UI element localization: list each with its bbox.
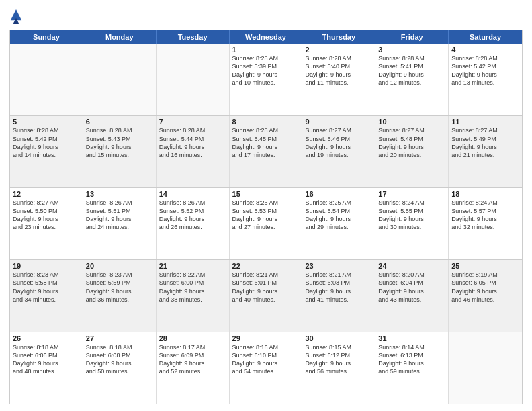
calendar-cell: 4Sunrise: 8:28 AM Sunset: 5:42 PM Daylig…	[449, 44, 522, 115]
day-info: Sunrise: 8:27 AM Sunset: 5:49 PM Dayligh…	[451, 126, 519, 159]
calendar-cell: 5Sunrise: 8:28 AM Sunset: 5:42 PM Daylig…	[10, 116, 83, 187]
day-info: Sunrise: 8:18 AM Sunset: 6:06 PM Dayligh…	[13, 343, 80, 376]
calendar-cell: 12Sunrise: 8:27 AM Sunset: 5:50 PM Dayli…	[10, 188, 83, 259]
logo	[9, 7, 24, 26]
day-info: Sunrise: 8:27 AM Sunset: 5:50 PM Dayligh…	[13, 199, 80, 232]
calendar-cell: 26Sunrise: 8:18 AM Sunset: 6:06 PM Dayli…	[10, 332, 83, 404]
calendar-cell	[10, 44, 83, 115]
day-number: 26	[13, 334, 80, 342]
day-info: Sunrise: 8:17 AM Sunset: 6:09 PM Dayligh…	[159, 343, 226, 376]
day-info: Sunrise: 8:24 AM Sunset: 5:55 PM Dayligh…	[378, 199, 445, 232]
day-number: 25	[451, 262, 519, 270]
calendar-week: 5Sunrise: 8:28 AM Sunset: 5:42 PM Daylig…	[10, 115, 522, 187]
day-number: 30	[305, 334, 372, 342]
calendar-cell	[83, 44, 157, 115]
calendar-cell: 23Sunrise: 8:21 AM Sunset: 6:03 PM Dayli…	[302, 260, 375, 331]
day-info: Sunrise: 8:24 AM Sunset: 5:57 PM Dayligh…	[451, 199, 519, 232]
day-number: 21	[159, 262, 226, 270]
weekday-header: Monday	[83, 30, 157, 44]
day-number: 6	[86, 118, 153, 126]
day-info: Sunrise: 8:28 AM Sunset: 5:43 PM Dayligh…	[86, 126, 153, 159]
day-info: Sunrise: 8:28 AM Sunset: 5:42 PM Dayligh…	[13, 126, 80, 159]
day-info: Sunrise: 8:25 AM Sunset: 5:54 PM Dayligh…	[305, 199, 372, 232]
day-info: Sunrise: 8:26 AM Sunset: 5:52 PM Dayligh…	[159, 199, 226, 232]
calendar-cell: 28Sunrise: 8:17 AM Sunset: 6:09 PM Dayli…	[157, 332, 230, 404]
day-info: Sunrise: 8:28 AM Sunset: 5:42 PM Dayligh…	[451, 54, 519, 87]
day-number: 11	[451, 118, 519, 126]
calendar-cell	[157, 44, 230, 115]
day-number: 28	[159, 334, 226, 342]
day-info: Sunrise: 8:28 AM Sunset: 5:41 PM Dayligh…	[378, 54, 445, 87]
calendar-cell: 14Sunrise: 8:26 AM Sunset: 5:52 PM Dayli…	[157, 188, 230, 259]
calendar-cell: 3Sunrise: 8:28 AM Sunset: 5:41 PM Daylig…	[375, 44, 449, 115]
calendar-cell: 1Sunrise: 8:28 AM Sunset: 5:39 PM Daylig…	[230, 44, 303, 115]
day-number: 8	[232, 118, 300, 126]
calendar-cell	[449, 332, 522, 404]
day-number: 29	[232, 334, 300, 342]
calendar-cell: 30Sunrise: 8:15 AM Sunset: 6:12 PM Dayli…	[302, 332, 375, 404]
day-number: 12	[13, 190, 80, 198]
day-number: 19	[13, 262, 80, 270]
calendar-week: 1Sunrise: 8:28 AM Sunset: 5:39 PM Daylig…	[10, 44, 522, 115]
calendar-cell: 8Sunrise: 8:28 AM Sunset: 5:45 PM Daylig…	[230, 116, 303, 187]
day-info: Sunrise: 8:23 AM Sunset: 5:59 PM Dayligh…	[86, 271, 153, 304]
day-number: 2	[305, 46, 372, 54]
calendar-cell: 27Sunrise: 8:18 AM Sunset: 6:08 PM Dayli…	[83, 332, 157, 404]
calendar-cell: 29Sunrise: 8:16 AM Sunset: 6:10 PM Dayli…	[230, 332, 303, 404]
day-number: 31	[378, 334, 445, 342]
day-number: 9	[305, 118, 372, 126]
day-info: Sunrise: 8:20 AM Sunset: 6:04 PM Dayligh…	[378, 271, 445, 304]
calendar-cell: 10Sunrise: 8:27 AM Sunset: 5:48 PM Dayli…	[375, 116, 449, 187]
calendar-week: 26Sunrise: 8:18 AM Sunset: 6:06 PM Dayli…	[10, 332, 522, 404]
day-number: 16	[305, 190, 372, 198]
day-number: 3	[378, 46, 445, 54]
calendar-cell: 19Sunrise: 8:23 AM Sunset: 5:58 PM Dayli…	[10, 260, 83, 331]
calendar-header: SundayMondayTuesdayWednesdayThursdayFrid…	[10, 30, 522, 44]
day-number: 4	[451, 46, 519, 54]
day-info: Sunrise: 8:19 AM Sunset: 6:05 PM Dayligh…	[451, 271, 519, 304]
calendar-body: 1Sunrise: 8:28 AM Sunset: 5:39 PM Daylig…	[10, 44, 522, 404]
day-info: Sunrise: 8:28 AM Sunset: 5:39 PM Dayligh…	[232, 54, 300, 87]
calendar-week: 12Sunrise: 8:27 AM Sunset: 5:50 PM Dayli…	[10, 187, 522, 259]
calendar: SundayMondayTuesdayWednesdayThursdayFrid…	[9, 30, 523, 404]
calendar-cell: 21Sunrise: 8:22 AM Sunset: 6:00 PM Dayli…	[157, 260, 230, 331]
page: SundayMondayTuesdayWednesdayThursdayFrid…	[0, 0, 532, 411]
day-info: Sunrise: 8:28 AM Sunset: 5:40 PM Dayligh…	[305, 54, 372, 87]
day-number: 10	[378, 118, 445, 126]
calendar-cell: 24Sunrise: 8:20 AM Sunset: 6:04 PM Dayli…	[375, 260, 449, 331]
header	[9, 7, 523, 26]
day-number: 5	[13, 118, 80, 126]
day-info: Sunrise: 8:21 AM Sunset: 6:03 PM Dayligh…	[305, 271, 372, 304]
day-info: Sunrise: 8:27 AM Sunset: 5:46 PM Dayligh…	[305, 126, 372, 159]
calendar-cell: 15Sunrise: 8:25 AM Sunset: 5:53 PM Dayli…	[230, 188, 303, 259]
calendar-cell: 31Sunrise: 8:14 AM Sunset: 6:13 PM Dayli…	[375, 332, 449, 404]
weekday-header: Sunday	[10, 30, 83, 44]
day-info: Sunrise: 8:18 AM Sunset: 6:08 PM Dayligh…	[86, 343, 153, 376]
day-info: Sunrise: 8:15 AM Sunset: 6:12 PM Dayligh…	[305, 343, 372, 376]
day-number: 27	[86, 334, 153, 342]
day-info: Sunrise: 8:23 AM Sunset: 5:58 PM Dayligh…	[13, 271, 80, 304]
day-info: Sunrise: 8:14 AM Sunset: 6:13 PM Dayligh…	[378, 343, 445, 376]
day-info: Sunrise: 8:16 AM Sunset: 6:10 PM Dayligh…	[232, 343, 300, 376]
day-number: 22	[232, 262, 300, 270]
weekday-header: Friday	[375, 30, 449, 44]
calendar-cell: 2Sunrise: 8:28 AM Sunset: 5:40 PM Daylig…	[302, 44, 375, 115]
day-info: Sunrise: 8:22 AM Sunset: 6:00 PM Dayligh…	[159, 271, 226, 304]
calendar-cell: 25Sunrise: 8:19 AM Sunset: 6:05 PM Dayli…	[449, 260, 522, 331]
weekday-header: Saturday	[449, 30, 522, 44]
logo-icon	[9, 7, 23, 26]
day-info: Sunrise: 8:27 AM Sunset: 5:48 PM Dayligh…	[378, 126, 445, 159]
calendar-cell: 9Sunrise: 8:27 AM Sunset: 5:46 PM Daylig…	[302, 116, 375, 187]
calendar-cell: 17Sunrise: 8:24 AM Sunset: 5:55 PM Dayli…	[375, 188, 449, 259]
day-info: Sunrise: 8:26 AM Sunset: 5:51 PM Dayligh…	[86, 199, 153, 232]
calendar-cell: 20Sunrise: 8:23 AM Sunset: 5:59 PM Dayli…	[83, 260, 157, 331]
calendar-week: 19Sunrise: 8:23 AM Sunset: 5:58 PM Dayli…	[10, 259, 522, 331]
day-number: 7	[159, 118, 226, 126]
weekday-header: Thursday	[302, 30, 375, 44]
calendar-cell: 16Sunrise: 8:25 AM Sunset: 5:54 PM Dayli…	[302, 188, 375, 259]
day-number: 18	[451, 190, 519, 198]
calendar-cell: 13Sunrise: 8:26 AM Sunset: 5:51 PM Dayli…	[83, 188, 157, 259]
day-info: Sunrise: 8:25 AM Sunset: 5:53 PM Dayligh…	[232, 199, 300, 232]
calendar-cell: 11Sunrise: 8:27 AM Sunset: 5:49 PM Dayli…	[449, 116, 522, 187]
calendar-cell: 7Sunrise: 8:28 AM Sunset: 5:44 PM Daylig…	[157, 116, 230, 187]
